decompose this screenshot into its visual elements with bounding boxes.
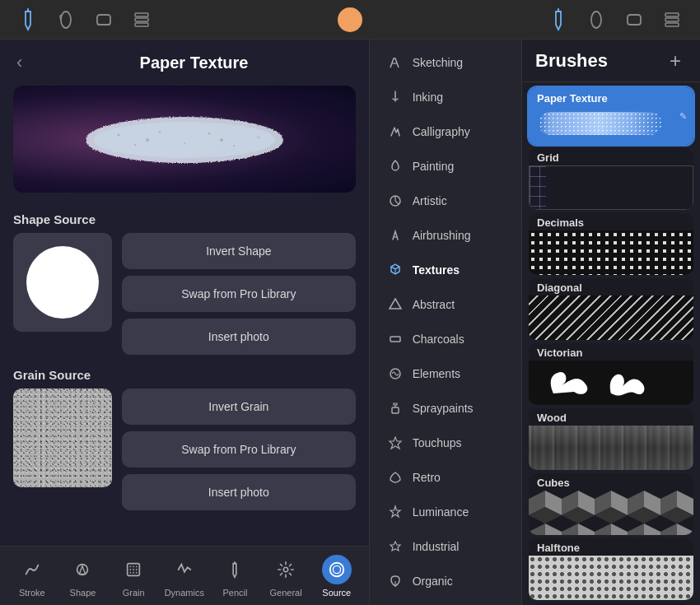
tab-dynamics[interactable]: Dynamics (161, 555, 208, 598)
grain-source-row: Invert Grain Swap from Pro Library Inser… (13, 389, 356, 510)
insert-shape-photo-button[interactable]: Insert photo (122, 319, 356, 355)
category-charcoals[interactable]: Charcoals (375, 323, 516, 356)
cubes-name: Cubes (529, 473, 693, 491)
decimals-preview (529, 230, 693, 275)
charcoals-icon (386, 330, 404, 348)
dynamics-icon-wrap (170, 555, 199, 584)
grain-icon (124, 561, 142, 579)
tab-grain[interactable]: Grain (110, 555, 156, 598)
edit-icon: ✎ (679, 111, 687, 122)
category-painting[interactable]: Painting (375, 150, 516, 183)
toolbar-right (547, 8, 684, 31)
svg-point-18 (184, 142, 185, 144)
tab-shape[interactable]: Shape (59, 555, 105, 598)
brush-stroke-svg (69, 109, 300, 170)
category-artistic[interactable]: Artistic (375, 184, 516, 217)
brush-item-victorian[interactable]: Victorian (529, 343, 693, 405)
svg-rect-2 (97, 15, 110, 25)
brush-item-grid[interactable]: Grid (529, 148, 693, 210)
smudge-tool-left[interactable] (54, 8, 77, 31)
category-inking[interactable]: Inking (375, 81, 516, 114)
svg-point-15 (117, 133, 119, 136)
brush-item-halftone[interactable]: Halftone (529, 538, 693, 600)
category-sketching[interactable]: Sketching (375, 46, 516, 79)
invert-grain-button[interactable]: Invert Grain (122, 389, 356, 425)
category-calligraphy[interactable]: Calligraphy (375, 115, 516, 148)
svg-marker-47 (390, 506, 400, 517)
insert-grain-photo-button[interactable]: Insert photo (122, 474, 356, 510)
invert-shape-button[interactable]: Invert Shape (122, 233, 356, 269)
shape-thumbnail (13, 233, 112, 332)
svg-point-22 (146, 138, 149, 142)
brushes-title: Brushes (535, 50, 608, 72)
layers-tool-left[interactable] (130, 8, 153, 31)
category-touchups[interactable]: Touchups (375, 426, 516, 459)
svg-point-34 (136, 571, 138, 573)
victorian-preview (529, 361, 693, 405)
grain-icon-wrap (119, 555, 148, 584)
organic-icon (386, 572, 404, 590)
svg-point-1 (61, 12, 71, 28)
eraser-tool-left[interactable] (92, 8, 115, 31)
elements-icon (386, 365, 404, 383)
back-button[interactable]: ‹ (16, 52, 22, 73)
category-airbrushing[interactable]: Airbrushing (375, 219, 516, 252)
brush-item-diagonal[interactable]: Diagonal (529, 278, 693, 340)
general-icon-wrap (271, 555, 301, 584)
airbrushing-label: Airbrushing (413, 229, 471, 242)
brush-item-cubes[interactable]: Cubes (529, 473, 693, 535)
add-brush-button[interactable]: + (664, 49, 687, 72)
industrial-icon (386, 538, 404, 556)
brush-item-paper-texture[interactable]: Paper Texture ✎ (529, 87, 693, 145)
eraser-tool-right[interactable] (623, 8, 646, 31)
right-panel: Brushes + Paper Texture ✎ Grid (522, 40, 700, 605)
svg-rect-11 (665, 18, 679, 21)
svg-point-17 (158, 130, 161, 133)
brush-item-decimals[interactable]: Decimals (529, 213, 693, 275)
wood-name: Wood (529, 408, 693, 426)
painting-label: Painting (413, 160, 455, 173)
svg-point-8 (591, 12, 601, 28)
paper-texture-name: Paper Texture (537, 92, 608, 105)
swap-shape-button[interactable]: Swap from Pro Library (122, 276, 356, 312)
svg-point-14 (94, 122, 275, 158)
dynamics-icon (175, 561, 194, 579)
tab-general[interactable]: General (263, 555, 309, 598)
svg-rect-9 (628, 15, 641, 25)
calligraphy-icon (386, 123, 404, 141)
pencil-tool-left[interactable] (16, 8, 40, 31)
organic-label: Organic (413, 575, 453, 588)
smudge-tool-right[interactable] (585, 8, 608, 31)
svg-point-20 (233, 145, 235, 147)
sketching-label: Sketching (413, 56, 463, 69)
layers-tool-right[interactable] (660, 8, 684, 31)
category-elements[interactable]: Elements (375, 357, 516, 390)
victorian-svg (529, 361, 693, 405)
stroke-icon-wrap (17, 555, 47, 584)
category-abstract[interactable]: Abstract (375, 288, 516, 321)
tab-dynamics-label: Dynamics (165, 588, 204, 598)
pencil-tab-icon (226, 561, 244, 579)
category-textures[interactable]: Textures (375, 254, 516, 286)
artistic-icon (386, 192, 404, 210)
tab-pencil[interactable]: Pencil (212, 555, 258, 598)
halftone-name: Halftone (529, 538, 693, 556)
category-water[interactable]: Water (375, 599, 516, 605)
tab-stroke[interactable]: Stroke (9, 555, 55, 598)
color-picker[interactable] (338, 7, 362, 32)
left-header: ‹ Paper Texture (0, 40, 369, 86)
category-industrial[interactable]: Industrial (375, 530, 516, 563)
pencil-tool-right[interactable] (547, 8, 570, 31)
tab-source[interactable]: Source (314, 555, 360, 598)
svg-point-36 (283, 567, 288, 572)
category-luminance[interactable]: Luminance (375, 496, 516, 528)
category-organic[interactable]: Organic (375, 565, 516, 598)
luminance-icon (386, 503, 404, 521)
category-retro[interactable]: Retro (375, 461, 516, 494)
svg-point-23 (220, 138, 223, 142)
source-icon-wrap (322, 555, 352, 584)
inking-label: Inking (413, 91, 443, 104)
category-spraypaints[interactable]: Spraypaints (375, 392, 516, 425)
brush-item-wood[interactable]: Wood (529, 408, 693, 470)
swap-grain-button[interactable]: Swap from Pro Library (122, 431, 356, 468)
